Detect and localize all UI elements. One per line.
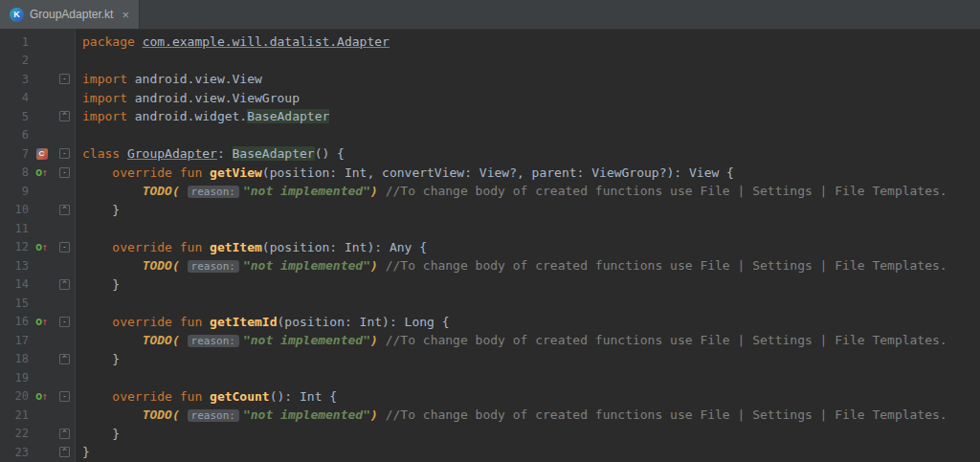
fold-cell: ^ [55,354,75,364]
fold-end-marker-icon[interactable]: ^ [59,429,70,439]
code-line[interactable]: 5^import android.widget.BaseAdapter [0,107,980,126]
code-line[interactable]: 16o↑- override fun getItemId(position: I… [0,313,980,332]
code-line[interactable]: 15 [0,294,980,313]
line-number[interactable]: 21 [0,408,29,422]
fold-end-marker-icon[interactable]: ^ [59,111,70,121]
code-line[interactable]: 2 [0,52,980,71]
code-text: TODO( reason:"not implemented") //To cha… [75,184,947,198]
code-line[interactable]: 18^ } [0,350,980,369]
fold-cell: ^ [55,111,75,121]
line-number[interactable]: 6 [0,128,29,142]
code-text: package com.example.will.datalist.Adapte… [75,34,390,49]
line-number[interactable]: 22 [0,427,29,440]
fold-start-marker-icon[interactable]: - [59,167,70,178]
overriding-method-icon[interactable]: o↑ [35,241,48,253]
fold-start-marker-icon[interactable]: - [59,74,70,84]
code-text: override fun getCount(): Int { [75,389,337,404]
gutter-icon-cell: o↑ [29,166,55,178]
fold-cell: - [55,242,75,253]
fold-end-marker-icon[interactable]: ^ [59,447,70,457]
override-arrow-glyph: ↑ [41,317,48,327]
line-number[interactable]: 12 [0,240,29,253]
fold-end-marker-icon[interactable]: ^ [59,205,70,215]
code-line[interactable]: 11 [0,219,980,238]
line-number[interactable]: 20 [0,389,29,403]
fold-cell: ^ [55,447,75,457]
fold-start-marker-icon[interactable]: - [59,242,70,253]
line-number[interactable]: 4 [0,91,29,104]
line-number[interactable]: 19 [0,371,29,385]
code-text: override fun getView(position: Int, conv… [75,165,734,180]
gutter-icon-cell: o↑ [29,316,55,327]
code-line[interactable]: 3-import android.view.View [0,70,980,89]
fold-cell: ^ [55,205,75,215]
line-number[interactable]: 14 [0,277,29,291]
code-line[interactable]: 1package com.example.will.datalist.Adapt… [0,33,980,52]
line-number[interactable]: 17 [0,334,29,347]
line-number[interactable]: 7 [0,147,29,161]
code-line[interactable]: 17 TODO( reason:"not implemented") //To … [0,331,980,350]
gutter-icon-cell: o↑ [29,241,55,253]
line-number[interactable]: 5 [0,110,29,123]
code-text: } [75,427,120,441]
editor-tab-bar: K GroupAdapter.kt × [0,0,980,30]
code-line[interactable]: 8o↑- override fun getView(position: Int,… [0,164,980,183]
code-line[interactable]: 9 TODO( reason:"not implemented") //To c… [0,182,980,201]
code-line[interactable]: 12o↑- override fun getItem(position: Int… [0,238,980,257]
fold-start-marker-icon[interactable]: - [59,317,70,327]
line-number[interactable]: 9 [0,185,29,198]
code-text: import android.view.View [75,72,262,86]
line-number[interactable]: 15 [0,297,29,310]
tab-groupadapter-kt[interactable]: K GroupAdapter.kt × [0,0,140,29]
code-line[interactable]: 20o↑- override fun getCount(): Int { [0,387,980,407]
fold-start-marker-icon[interactable]: - [59,391,70,402]
line-number[interactable]: 3 [0,73,29,86]
fold-cell: - [55,74,75,84]
tab-close-icon[interactable]: × [122,9,129,21]
fold-cell: - [55,167,75,178]
code-line[interactable]: 22^ } [0,425,980,444]
code-text: } [75,445,90,459]
code-text: TODO( reason:"not implemented") //To cha… [75,333,947,347]
code-line[interactable]: 10^ } [0,201,980,220]
fold-cell: ^ [55,279,75,290]
code-line[interactable]: 4import android.view.ViewGroup [0,89,980,108]
line-number[interactable]: 13 [0,259,29,273]
code-text: override fun getItem(position: Int): Any… [75,240,427,254]
line-number[interactable]: 1 [0,35,29,49]
fold-cell: - [55,391,75,402]
code-editor[interactable]: 1package com.example.will.datalist.Adapt… [0,30,980,462]
class-icon[interactable]: C [36,148,48,160]
code-line[interactable]: 19 [0,368,980,387]
code-line[interactable]: 23^} [0,443,980,462]
code-line[interactable]: 6 [0,126,980,145]
overriding-method-icon[interactable]: o↑ [35,166,48,178]
line-number[interactable]: 10 [0,203,29,216]
code-line[interactable]: 14^ } [0,275,980,295]
code-line[interactable]: 13 TODO( reason:"not implemented") //To … [0,256,980,275]
overriding-method-icon[interactable]: o↑ [35,316,48,327]
tab-title: GroupAdapter.kt [30,8,113,21]
code-text: import android.widget.BaseAdapter [75,109,329,123]
overriding-method-icon[interactable]: o↑ [35,390,48,402]
fold-cell: - [55,317,75,327]
code-text: } [75,352,120,366]
code-text: TODO( reason:"not implemented") //To cha… [75,407,947,422]
code-text: } [75,203,120,217]
line-number[interactable]: 2 [0,54,29,67]
code-line[interactable]: 7C-class GroupAdapter: BaseAdapter() { [0,144,980,164]
code-text: override fun getItemId(position: Int): L… [75,315,450,329]
fold-start-marker-icon[interactable]: - [59,148,70,159]
fold-end-marker-icon[interactable]: ^ [59,279,70,290]
line-number[interactable]: 23 [0,446,29,459]
gutter-icon-cell: o↑ [29,390,55,402]
line-number[interactable]: 11 [0,222,29,235]
line-number[interactable]: 8 [0,165,29,179]
fold-end-marker-icon[interactable]: ^ [59,354,70,364]
code-line[interactable]: 21 TODO( reason:"not implemented") //To … [0,406,980,425]
line-number[interactable]: 16 [0,315,29,328]
line-number[interactable]: 18 [0,352,29,365]
override-arrow-glyph: ↑ [41,391,48,402]
code-text: TODO( reason:"not implemented") //To cha… [75,258,947,273]
fold-cell: - [55,148,75,159]
